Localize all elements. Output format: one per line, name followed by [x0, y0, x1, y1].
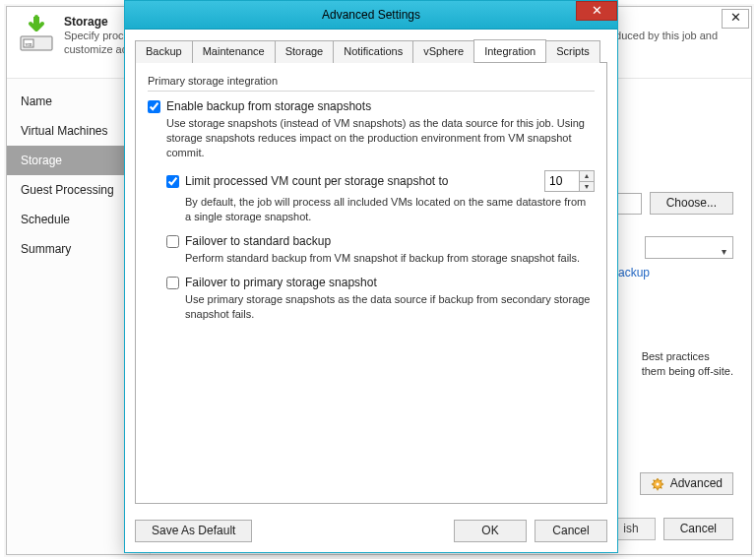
dialog-close-button[interactable]: ✕ — [576, 1, 617, 21]
enable-storage-snapshots-checkbox[interactable] — [148, 100, 160, 113]
advanced-settings-dialog: Advanced Settings ✕ Backup Maintenance S… — [124, 0, 618, 553]
groupbox-title: Primary storage integration — [148, 75, 595, 87]
choose-button[interactable]: Choose... — [650, 192, 733, 215]
tab-notifications[interactable]: Notifications — [333, 40, 413, 63]
limit-vm-count-desc: By default, the job will process all inc… — [185, 195, 595, 224]
save-as-default-button[interactable]: Save As Default — [135, 520, 252, 542]
advanced-button[interactable]: Advanced — [640, 472, 733, 495]
limit-vm-count-checkbox[interactable] — [166, 175, 179, 188]
cancel-button[interactable]: Cancel — [535, 520, 607, 542]
limit-vm-count-label: Limit processed VM count per storage sna… — [185, 174, 538, 188]
svg-text:vm: vm — [25, 41, 32, 47]
failover-standard-label: Failover to standard backup — [185, 234, 331, 248]
svg-point-5 — [656, 482, 659, 485]
failover-primary-checkbox[interactable] — [166, 277, 179, 289]
svg-line-10 — [653, 479, 654, 480]
tab-maintenance[interactable]: Maintenance — [192, 40, 276, 63]
svg-rect-3 — [33, 17, 39, 26]
tab-integration[interactable]: Integration — [473, 39, 546, 62]
dialog-title: Advanced Settings — [125, 8, 617, 22]
wizard-cancel-button[interactable]: Cancel — [663, 518, 733, 540]
tab-storage[interactable]: Storage — [275, 40, 335, 63]
limit-vm-count-spinner[interactable]: ▲ ▼ — [544, 170, 595, 192]
storage-step-icon: vm — [17, 15, 56, 54]
gear-icon — [651, 477, 664, 491]
tabstrip: Backup Maintenance Storage Notifications… — [135, 39, 607, 62]
tab-backup[interactable]: Backup — [135, 40, 193, 63]
wizard-close-button[interactable]: ✕ — [722, 9, 749, 29]
repository-select[interactable] — [645, 236, 733, 259]
failover-primary-label: Failover to primary storage snapshot — [185, 276, 377, 289]
tab-vsphere[interactable]: vSphere — [412, 40, 474, 63]
enable-storage-snapshots-label: Enable backup from storage snapshots — [166, 99, 371, 113]
svg-line-12 — [653, 487, 654, 488]
tab-scripts[interactable]: Scripts — [545, 40, 600, 63]
svg-line-13 — [661, 479, 662, 480]
tab-panel-integration: Primary storage integration Enable backu… — [135, 62, 607, 504]
failover-standard-desc: Perform standard backup from VM snapshot… — [185, 251, 595, 266]
close-icon: ✕ — [592, 3, 602, 18]
ok-button[interactable]: OK — [454, 520, 527, 542]
close-icon: ✕ — [730, 10, 741, 25]
advanced-button-label: Advanced — [670, 473, 723, 494]
spinner-up-icon[interactable]: ▲ — [580, 171, 594, 182]
hint-text-2: them being off-site. — [642, 364, 733, 379]
limit-vm-count-input[interactable] — [545, 171, 579, 191]
failover-standard-checkbox[interactable] — [166, 235, 179, 248]
enable-storage-snapshots-desc: Use storage snapshots (instead of VM sna… — [166, 116, 595, 160]
dialog-titlebar: Advanced Settings ✕ — [125, 1, 617, 30]
spinner-down-icon[interactable]: ▼ — [580, 182, 594, 192]
hint-text-1: Best practices — [642, 349, 733, 364]
svg-line-11 — [661, 487, 662, 488]
failover-primary-desc: Use primary storage snapshots as the dat… — [185, 292, 595, 322]
